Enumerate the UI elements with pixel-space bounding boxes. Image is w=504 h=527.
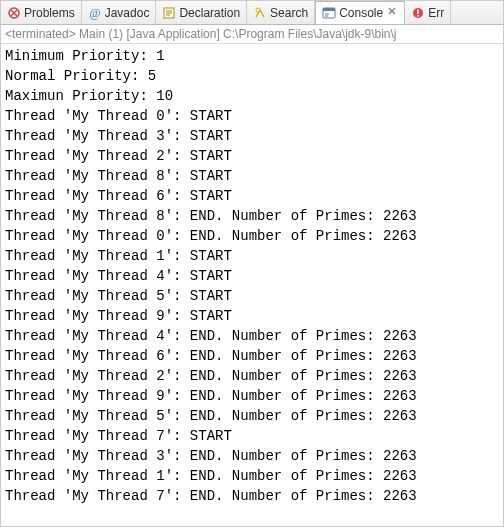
console-line: Thread 'My Thread 0': START: [5, 106, 499, 126]
tab-label: Declaration: [179, 6, 240, 20]
console-icon: [322, 6, 336, 20]
tab-label: Problems: [24, 6, 75, 20]
console-line: Thread 'My Thread 2': END. Number of Pri…: [5, 366, 499, 386]
console-line: Thread 'My Thread 8': START: [5, 166, 499, 186]
console-line: Thread 'My Thread 7': START: [5, 426, 499, 446]
svg-rect-16: [417, 9, 419, 14]
console-line: Thread 'My Thread 0': END. Number of Pri…: [5, 226, 499, 246]
tab-search[interactable]: Search: [247, 1, 315, 24]
console-line: Minimum Priority: 1: [5, 46, 499, 66]
tab-console[interactable]: Console: [315, 1, 405, 24]
console-line: Thread 'My Thread 8': END. Number of Pri…: [5, 206, 499, 226]
tab-label: Console: [339, 6, 383, 20]
svg-rect-10: [323, 8, 335, 11]
console-line: Thread 'My Thread 3': END. Number of Pri…: [5, 446, 499, 466]
console-line: Thread 'My Thread 9': END. Number of Pri…: [5, 386, 499, 406]
search-icon: [253, 6, 267, 20]
problems-icon: [7, 6, 21, 20]
console-line: Maximun Priority: 10: [5, 86, 499, 106]
svg-rect-17: [417, 15, 419, 17]
console-line: Thread 'My Thread 1': START: [5, 246, 499, 266]
tab-label: Search: [270, 6, 308, 20]
console-line: Thread 'My Thread 5': START: [5, 286, 499, 306]
console-line: Thread 'My Thread 9': START: [5, 306, 499, 326]
console-line: Thread 'My Thread 4': START: [5, 266, 499, 286]
console-line: Thread 'My Thread 6': END. Number of Pri…: [5, 346, 499, 366]
tab-problems[interactable]: Problems: [1, 1, 82, 24]
tab-label: Err: [428, 6, 444, 20]
tab-javadoc[interactable]: @ Javadoc: [82, 1, 157, 24]
close-icon[interactable]: [388, 7, 398, 19]
javadoc-icon: @: [88, 6, 102, 20]
console-output: Minimum Priority: 1Normal Priority: 5Max…: [1, 44, 503, 508]
header-text: <terminated> Main (1) [Java Application]…: [5, 27, 397, 41]
console-line: Thread 'My Thread 2': START: [5, 146, 499, 166]
view-tabs: Problems @ Javadoc Declaration Search Co…: [1, 1, 503, 25]
svg-point-8: [256, 8, 260, 12]
console-line: Normal Priority: 5: [5, 66, 499, 86]
tab-declaration[interactable]: Declaration: [156, 1, 247, 24]
console-line: Thread 'My Thread 4': END. Number of Pri…: [5, 326, 499, 346]
console-line: Thread 'My Thread 7': END. Number of Pri…: [5, 486, 499, 506]
svg-text:@: @: [89, 6, 100, 20]
tab-error-log[interactable]: Err: [405, 1, 451, 24]
console-line: Thread 'My Thread 6': START: [5, 186, 499, 206]
console-line: Thread 'My Thread 1': END. Number of Pri…: [5, 466, 499, 486]
console-line: Thread 'My Thread 5': END. Number of Pri…: [5, 406, 499, 426]
launch-config-header: <terminated> Main (1) [Java Application]…: [1, 25, 503, 44]
error-log-icon: [411, 6, 425, 20]
console-line: Thread 'My Thread 3': START: [5, 126, 499, 146]
declaration-icon: [162, 6, 176, 20]
tab-label: Javadoc: [105, 6, 150, 20]
